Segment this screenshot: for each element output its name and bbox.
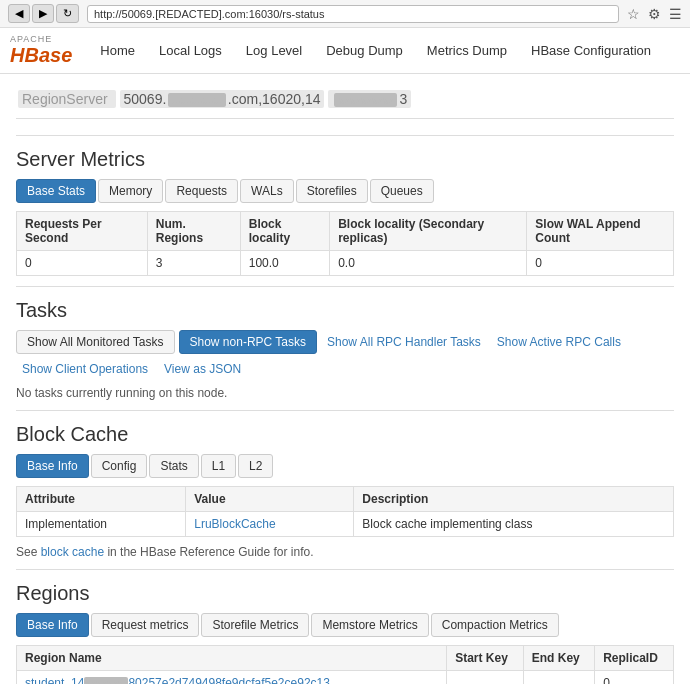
col-slow-wal: Slow WAL Append Count [527,212,674,251]
menu-home[interactable]: Home [88,39,147,62]
logo-hbase-text: HBase [10,44,72,67]
block-cache-table: Attribute Value Description Implementati… [16,486,674,537]
tab-regions-memstore-metrics[interactable]: Memstore Metrics [311,613,428,637]
refresh-button[interactable]: ↻ [56,4,79,23]
tab-queues[interactable]: Queues [370,179,434,203]
page-content: RegionServer 50069.xxxxxxxxx.com,16020,1… [0,74,690,684]
divider-4 [16,569,674,570]
menu-debug-dump[interactable]: Debug Dump [314,39,415,62]
tab-bc-config[interactable]: Config [91,454,148,478]
block-cache-title: Block Cache [16,423,674,446]
menu-local-logs[interactable]: Local Logs [147,39,234,62]
attr-implementation: Implementation [17,512,186,537]
regions-title: Regions [16,582,674,605]
val-requests-per-second: 0 [17,251,148,276]
block-cache-note: See block cache in the HBase Reference G… [16,545,674,559]
region-end-key-1 [523,671,594,685]
region-link-1[interactable]: student,,14xxxxxxxx80257e2d749498fe9dcfa… [25,676,330,684]
regions-section: Regions Base Info Request metrics Storef… [16,582,674,684]
menu-metrics-dump[interactable]: Metrics Dump [415,39,519,62]
btn-view-json[interactable]: View as JSON [158,358,247,380]
menu-hbase-config[interactable]: HBase Configuration [519,39,663,62]
btn-show-non-rpc[interactable]: Show non-RPC Tasks [179,330,318,354]
table-row: student,,14xxxxxxxx80257e2d749498fe9dcfa… [17,671,674,685]
menu-log-level[interactable]: Log Level [234,39,314,62]
col-description: Description [354,487,674,512]
block-cache-tabs: Base Info Config Stats L1 L2 [16,454,674,478]
tasks-section: Tasks Show All Monitored Tasks Show non-… [16,299,674,400]
divider-3 [16,410,674,411]
tab-regions-compaction-metrics[interactable]: Compaction Metrics [431,613,559,637]
btn-show-client-ops[interactable]: Show Client Operations [16,358,154,380]
col-value: Value [186,487,354,512]
val-block-locality-secondary: 0.0 [330,251,527,276]
server-metrics-table: Requests Per Second Num. Regions Block l… [16,211,674,276]
tab-bc-l1[interactable]: L1 [201,454,236,478]
server-metrics-tabs: Base Stats Memory Requests WALs Storefil… [16,179,674,203]
block-cache-guide-link[interactable]: block cache [41,545,104,559]
col-start-key: Start Key [447,646,524,671]
rs-host: 50069.xxxxxxxxx.com,16020,14 [120,90,325,108]
col-end-key: End Key [523,646,594,671]
region-start-key-1 [447,671,524,685]
divider-2 [16,286,674,287]
back-button[interactable]: ◀ [8,4,30,23]
regions-tabs: Base Info Request metrics Storefile Metr… [16,613,674,637]
tasks-message: No tasks currently running on this node. [16,386,674,400]
tab-storefiles[interactable]: Storefiles [296,179,368,203]
btn-show-all-rpc[interactable]: Show All RPC Handler Tasks [321,331,487,353]
col-num-regions: Num. Regions [147,212,240,251]
browser-nav-buttons: ◀ ▶ ↻ [8,4,79,23]
divider-1 [16,135,674,136]
col-region-name: Region Name [17,646,447,671]
logo: APACHE HBase [10,34,72,67]
tab-regions-storefile-metrics[interactable]: Storefile Metrics [201,613,309,637]
val-slow-wal: 0 [527,251,674,276]
btn-show-active-rpc[interactable]: Show Active RPC Calls [491,331,627,353]
nav-menu: APACHE HBase Home Local Logs Log Level D… [0,28,690,74]
col-block-locality-secondary: Block locality (Secondary replicas) [330,212,527,251]
tab-base-stats[interactable]: Base Stats [16,179,96,203]
logo-apache-text: APACHE [10,34,72,44]
tab-wals[interactable]: WALs [240,179,294,203]
val-implementation: LruBlockCache [186,512,354,537]
tab-regions-base-info[interactable]: Base Info [16,613,89,637]
table-row: 0 3 100.0 0.0 0 [17,251,674,276]
browser-bar: ◀ ▶ ↻ ☆ ⚙ ☰ [0,0,690,28]
val-num-regions: 3 [147,251,240,276]
task-buttons: Show All Monitored Tasks Show non-RPC Ta… [16,330,674,380]
settings-icon: ⚙ [648,6,661,22]
rs-suffix: xxxxxxxxxx3 [328,90,411,108]
server-metrics-section: Server Metrics Base Stats Memory Request… [16,148,674,276]
desc-implementation: Block cache implementing class [354,512,674,537]
tab-requests[interactable]: Requests [165,179,238,203]
regionserver-title: RegionServer 50069.xxxxxxxxx.com,16020,1… [16,84,674,119]
table-row: Implementation LruBlockCache Block cache… [17,512,674,537]
star-icon: ☆ [627,6,640,22]
tab-bc-l2[interactable]: L2 [238,454,273,478]
tab-bc-stats[interactable]: Stats [149,454,198,478]
region-replica-id-1: 0 [595,671,674,685]
val-block-locality: 100.0 [240,251,329,276]
address-bar[interactable] [87,5,619,23]
server-metrics-title: Server Metrics [16,148,674,171]
col-block-locality: Block locality [240,212,329,251]
col-requests-per-second: Requests Per Second [17,212,148,251]
block-cache-section: Block Cache Base Info Config Stats L1 L2… [16,423,674,559]
rs-label: RegionServer [18,90,116,108]
btn-show-all-monitored[interactable]: Show All Monitored Tasks [16,330,175,354]
tab-bc-base-info[interactable]: Base Info [16,454,89,478]
lru-block-cache-link[interactable]: LruBlockCache [194,517,275,531]
col-attribute: Attribute [17,487,186,512]
region-name-1: student,,14xxxxxxxx80257e2d749498fe9dcfa… [17,671,447,685]
tab-regions-request-metrics[interactable]: Request metrics [91,613,200,637]
regions-table: Region Name Start Key End Key ReplicaID … [16,645,674,684]
tasks-title: Tasks [16,299,674,322]
forward-button[interactable]: ▶ [32,4,54,23]
tab-memory[interactable]: Memory [98,179,163,203]
menu-icon: ☰ [669,6,682,22]
col-replica-id: ReplicaID [595,646,674,671]
